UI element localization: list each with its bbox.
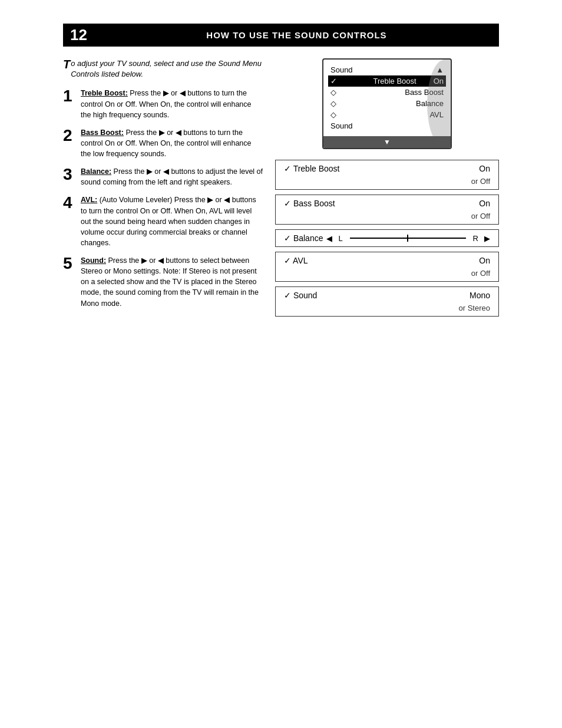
menu-header-row: Sound ▲ xyxy=(330,64,444,75)
menu-item-0-label: Treble Boost xyxy=(373,77,416,85)
avl-label: ✓ AVL xyxy=(284,256,479,265)
step-title-4: AVL: xyxy=(81,196,97,204)
menu-item-3: ◇ AVL xyxy=(330,109,444,120)
bass-boost-alt: or Off xyxy=(276,212,498,224)
balance-row: ✓ Balance ◀ L R ▶ xyxy=(276,230,498,246)
treble-boost-panel: ✓ Treble Boost On or Off xyxy=(275,160,499,190)
step-3: 3 Balance: Press the ▶ or ◀ buttons to a… xyxy=(63,166,263,187)
menu-item-4-label: Sound xyxy=(330,121,353,130)
balance-marker xyxy=(407,235,408,242)
avl-panel: ✓ AVL On or Off xyxy=(275,252,499,282)
menu-title: Sound xyxy=(330,65,353,74)
menu-mockup: Sound ▲ ✓ Treble Boost On ◇ Bass Boost ◇… xyxy=(322,58,452,149)
step-number-1: 1 xyxy=(63,88,76,104)
treble-boost-label: ✓ Treble Boost xyxy=(284,164,479,173)
step-2: 2 Bass Boost: Press the ▶ or ◀ buttons t… xyxy=(63,127,263,159)
treble-boost-alt: or Off xyxy=(276,177,498,189)
bass-boost-value: On xyxy=(479,199,490,208)
menu-item-1: ◇ Bass Boost xyxy=(330,87,444,98)
step-4: 4 AVL: (Auto Volume Leveler) Press the ▶… xyxy=(63,195,263,248)
step-number-4: 4 xyxy=(63,195,76,211)
left-column: To adjust your TV sound, select and use … xyxy=(63,58,263,316)
step-content-2: Bass Boost: Press the ▶ or ◀ buttons to … xyxy=(81,127,263,159)
bass-boost-row: ✓ Bass Boost On xyxy=(276,195,498,212)
step-body-5: Press the ▶ or ◀ buttons to select betwe… xyxy=(81,256,259,308)
step-content-4: AVL: (Auto Volume Leveler) Press the ▶ o… xyxy=(81,195,263,248)
step-content-3: Balance: Press the ▶ or ◀ buttons to adj… xyxy=(81,166,263,187)
sound-value: Mono xyxy=(470,291,490,300)
page-title: How to Use the Sound Controls xyxy=(94,24,499,47)
intro-paragraph: To adjust your TV sound, select and use … xyxy=(63,58,263,80)
menu-item-4: Sound xyxy=(330,120,444,131)
balance-left-arrow: ◀ xyxy=(326,234,332,243)
sound-row: ✓ Sound Mono xyxy=(276,287,498,304)
avl-value: On xyxy=(479,256,490,265)
bass-boost-label: ✓ Bass Boost xyxy=(284,199,479,208)
menu-scroll-down[interactable]: ▼ xyxy=(323,136,451,148)
sound-panel: ✓ Sound Mono or Stereo xyxy=(275,286,499,317)
treble-boost-row: ✓ Treble Boost On xyxy=(276,160,498,177)
step-title-2: Bass Boost: xyxy=(81,129,124,137)
step-number-3: 3 xyxy=(63,166,76,183)
balance-label: ✓ Balance xyxy=(284,233,323,243)
step-number-2: 2 xyxy=(63,127,76,144)
right-column: Sound ▲ ✓ Treble Boost On ◇ Bass Boost ◇… xyxy=(275,58,499,321)
step-content-1: Treble Boost: Press the ▶ or ◀ buttons t… xyxy=(81,88,263,120)
step-number-5: 5 xyxy=(63,255,76,272)
balance-l-label: L xyxy=(338,234,342,243)
step-title-1: Treble Boost: xyxy=(81,89,128,97)
main-content: To adjust your TV sound, select and use … xyxy=(63,58,499,321)
balance-panel: ✓ Balance ◀ L R ▶ xyxy=(275,229,499,247)
step-content-5: Sound: Press the ▶ or ◀ buttons to selec… xyxy=(81,255,263,309)
page-number: 12 xyxy=(63,24,94,47)
balance-right-arrow: ▶ xyxy=(484,234,490,243)
menu-item-2-prefix: ◇ xyxy=(330,99,336,108)
header-bar: 12 How to Use the Sound Controls xyxy=(63,24,499,47)
step-5: 5 Sound: Press the ▶ or ◀ buttons to sel… xyxy=(63,255,263,309)
content-area: 12 How to Use the Sound Controls To adju… xyxy=(63,24,499,321)
avl-alt: or Off xyxy=(276,269,498,281)
menu-item-1-prefix: ◇ xyxy=(330,88,336,97)
menu-item-3-prefix: ◇ xyxy=(330,110,336,119)
avl-row: ✓ AVL On xyxy=(276,252,498,269)
step-title-5: Sound: xyxy=(81,256,106,265)
balance-r-label: R xyxy=(473,234,478,243)
balance-track xyxy=(350,238,466,239)
sound-alt: or Stereo xyxy=(276,304,498,316)
step-1: 1 Treble Boost: Press the ▶ or ◀ buttons… xyxy=(63,88,263,120)
bass-boost-panel: ✓ Bass Boost On or Off xyxy=(275,195,499,225)
drop-cap: T xyxy=(63,58,70,70)
menu-item-0-prefix: ✓ xyxy=(330,77,337,85)
step-title-3: Balance: xyxy=(81,167,111,176)
page: 12 How to Use the Sound Controls To adju… xyxy=(0,0,562,728)
sound-label: ✓ Sound xyxy=(284,291,470,300)
treble-boost-value: On xyxy=(479,164,490,173)
step-body-4: (Auto Volume Leveler) Press the ▶ or ◀ b… xyxy=(81,196,256,247)
menu-down-arrow: ▼ xyxy=(384,138,391,146)
